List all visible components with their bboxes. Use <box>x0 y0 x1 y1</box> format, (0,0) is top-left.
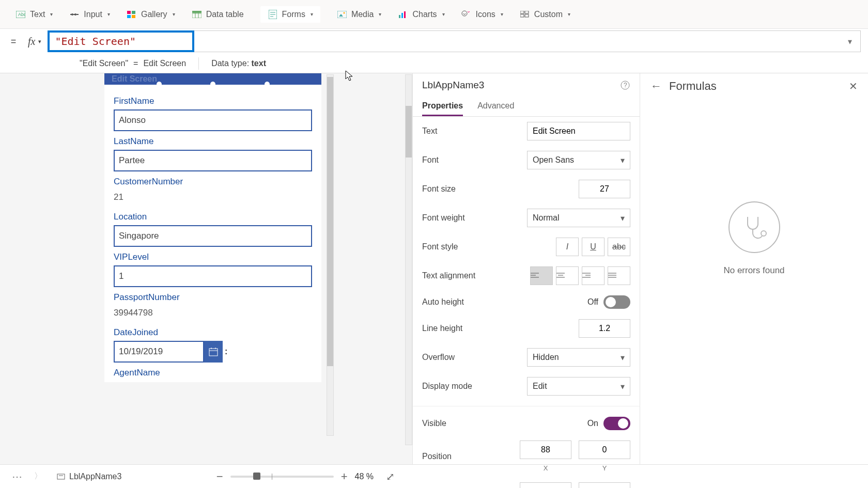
formula-expand-icon[interactable]: ▾ <box>845 37 855 46</box>
zoom-percent: 48 <box>355 472 364 481</box>
ribbon-item-icons[interactable]: Icons ▾ <box>461 9 503 20</box>
italic-button[interactable]: I <box>556 238 579 256</box>
svg-rect-13 <box>337 11 347 18</box>
ribbon-item-text[interactable]: Abc Text ▾ <box>16 9 53 20</box>
edit-form: FirstName LastName CustomerNumber 21 Loc… <box>104 85 321 382</box>
svg-point-2 <box>71 13 73 15</box>
zoom-in-button[interactable]: + <box>341 470 348 483</box>
field-label: CustomerNumber <box>114 177 312 187</box>
prop-font-select[interactable]: Open Sans <box>527 151 630 169</box>
ribbon-item-label: Data table <box>206 10 244 19</box>
ribbon-item-gallery[interactable]: Gallery ▾ <box>127 9 175 20</box>
prop-lineheight-input[interactable] <box>579 319 630 338</box>
ribbon-item-charts[interactable]: Charts ▾ <box>398 9 444 20</box>
firstname-input[interactable] <box>114 109 312 131</box>
autoheight-state: Off <box>587 297 598 307</box>
strike-button[interactable]: abc <box>608 238 630 256</box>
formula-result-bar: "Edit Screen" = Edit Screen Data type: t… <box>0 54 868 73</box>
equals-sign: = <box>133 59 138 68</box>
back-icon[interactable]: ← <box>650 80 662 93</box>
breadcrumb-item[interactable]: LblAppName3 <box>51 472 128 481</box>
svg-rect-6 <box>127 15 131 18</box>
tab-advanced[interactable]: Advanced <box>477 97 514 116</box>
svg-rect-21 <box>525 11 529 13</box>
breadcrumb-more[interactable]: ⋯ <box>8 469 26 484</box>
canvas-area[interactable]: Edit Screen FirstName LastName CustomerN… <box>13 73 412 464</box>
zoom-slider[interactable] <box>230 476 334 478</box>
ribbon-item-label: Icons <box>476 10 495 19</box>
prop-displaymode-select[interactable]: Edit <box>527 377 630 396</box>
field-label: PassportNumber <box>114 292 312 303</box>
datejoined-input[interactable] <box>114 341 204 363</box>
form-scrollbar[interactable] <box>327 74 334 436</box>
prop-label: Text <box>422 127 505 136</box>
prop-label: Visible <box>422 419 505 428</box>
close-icon[interactable]: ✕ <box>849 80 858 92</box>
ribbon-item-label: Forms <box>282 10 305 19</box>
prop-overflow-select[interactable]: Hidden <box>527 348 630 367</box>
svg-rect-4 <box>127 11 131 14</box>
media-icon <box>337 9 347 20</box>
svg-marker-14 <box>339 14 343 17</box>
canvas-scrollbar-region <box>324 73 334 464</box>
formulas-title: Formulas <box>669 80 842 93</box>
properties-tabs: Properties Advanced <box>413 97 640 117</box>
position-x-input[interactable] <box>520 440 571 459</box>
passportnumber-value: 39944798 <box>114 306 312 322</box>
field-label: LastName <box>114 136 312 147</box>
align-left-button[interactable] <box>530 266 553 285</box>
ribbon-item-datatable[interactable]: Data table <box>192 9 244 20</box>
prop-label: Font weight <box>422 213 505 223</box>
zoom-out-button[interactable]: − <box>216 470 223 483</box>
tab-properties[interactable]: Properties <box>422 97 463 116</box>
help-icon[interactable]: ? <box>620 80 630 90</box>
autoheight-toggle[interactable] <box>603 295 630 309</box>
selection-handle[interactable] <box>209 81 216 85</box>
visible-state: On <box>587 419 598 428</box>
prop-label: Font <box>422 155 505 165</box>
align-center-button[interactable] <box>556 266 579 285</box>
y-sublabel: Y <box>602 464 607 472</box>
ribbon-item-media[interactable]: Media ▾ <box>337 9 382 20</box>
height-input[interactable] <box>579 482 630 488</box>
screen-header[interactable]: Edit Screen <box>104 73 321 85</box>
text-icon: Abc <box>16 9 26 20</box>
chevron-down-icon: ▾ <box>173 11 175 17</box>
location-input[interactable] <box>114 225 312 247</box>
text-align-buttons <box>530 266 630 285</box>
fx-label[interactable]: fx▾ <box>22 36 48 48</box>
ribbon-item-custom[interactable]: Custom ▾ <box>520 9 570 20</box>
underline-button[interactable]: U <box>582 238 605 256</box>
ribbon-item-forms[interactable]: Forms ▾ <box>260 6 320 23</box>
position-y-input[interactable] <box>579 440 630 459</box>
canvas-scrollbar[interactable] <box>405 74 412 445</box>
selection-handle[interactable] <box>156 81 163 85</box>
svg-text:Abc: Abc <box>18 12 25 17</box>
viplevel-input[interactable] <box>114 265 312 287</box>
prop-label: Auto height <box>422 297 505 307</box>
x-sublabel: X <box>544 464 548 472</box>
svg-rect-23 <box>525 14 529 17</box>
formula-eval-lhs: "Edit Screen" <box>80 59 128 68</box>
ribbon-item-label: Custom <box>534 10 563 19</box>
align-justify-button[interactable] <box>608 266 630 285</box>
prop-fontsize-input[interactable] <box>579 180 630 198</box>
customernumber-value: 21 <box>114 190 312 207</box>
zoom-suffix: % <box>366 472 374 481</box>
svg-point-42 <box>761 231 766 236</box>
prop-fontweight-select[interactable]: Normal <box>527 209 630 227</box>
formula-input[interactable] <box>55 35 187 48</box>
align-right-button[interactable] <box>582 266 605 285</box>
selection-handle[interactable] <box>264 81 271 85</box>
ribbon-item-input[interactable]: Input ▾ <box>69 9 110 20</box>
width-input[interactable] <box>520 482 571 488</box>
calendar-button[interactable] <box>204 341 223 363</box>
property-selector[interactable]: = <box>5 32 22 51</box>
lastname-input[interactable] <box>114 150 312 171</box>
prop-text-input[interactable] <box>527 122 630 140</box>
fit-to-screen-icon[interactable]: ⤢ <box>386 470 395 483</box>
visible-toggle[interactable] <box>603 417 630 430</box>
phone-screen[interactable]: Edit Screen FirstName LastName CustomerN… <box>104 73 321 382</box>
forms-icon <box>268 9 278 20</box>
field-label: VIPLevel <box>114 252 312 262</box>
